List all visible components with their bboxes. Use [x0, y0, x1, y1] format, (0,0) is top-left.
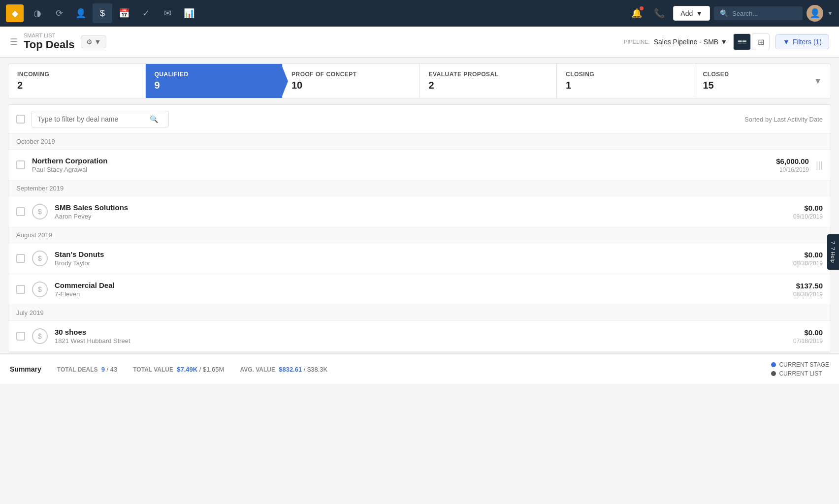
add-chevron-icon: ▼ [696, 9, 703, 17]
nav-contacts-icon[interactable]: 👤 [71, 3, 91, 23]
deal-dollar-icon: $ [32, 282, 48, 297]
filter-button[interactable]: ▼ Filters (1) [775, 34, 829, 49]
deal-value-section: $137.50 08/30/2019 [793, 282, 823, 298]
stage-closing[interactable]: CLOSING 1 [557, 64, 694, 98]
notifications-bell[interactable]: 🔔 [628, 4, 645, 22]
search-icon: 🔍 [720, 9, 728, 17]
deal-row-smb-sales-solutions[interactable]: $ SMB Sales Solutions Aaron Pevey $0.00 … [8, 196, 831, 227]
nav-messages-icon[interactable]: ✉ [158, 3, 177, 23]
total-deals-summary: TOTAL DEALS 9 / 43 [57, 366, 117, 373]
deal-checkbox[interactable] [16, 207, 25, 216]
deal-value-section: $0.00 07/18/2019 [793, 328, 823, 345]
deal-value-section: $0.00 08/30/2019 [793, 251, 823, 267]
content-toolbar: 🔍 Sorted by Last Activity Date [8, 105, 831, 134]
sidebar-toggle[interactable]: ☰ [10, 36, 18, 47]
legend-dot-current-stage [771, 362, 776, 367]
pipeline-chevron-icon: ▼ [720, 38, 727, 46]
section-header-october-2019: October 2019 [8, 134, 831, 150]
nav-phone-icon[interactable]: 📞 [649, 3, 669, 23]
search-box[interactable]: 🔍 Search... [714, 6, 803, 20]
notification-badge [640, 6, 644, 10]
pipeline-section: PIPELINE: Sales Pipeline - SMB ▼ [624, 38, 727, 46]
legend-current-list: CURRENT LIST [771, 370, 829, 377]
total-value-summary: TOTAL VALUE $7.49K / $1.65M [133, 366, 224, 373]
stage-evaluate-proposal[interactable]: EVALUATE PROPOSAL 2 [420, 64, 557, 98]
nav-right-section: 🔔 📞 Add ▼ 🔍 Search... 👤 ▼ [628, 3, 833, 23]
deal-info: Commercial Deal 7-Eleven [55, 281, 786, 298]
section-header-september-2019: September 2019 [8, 181, 831, 196]
deals-content-area: 🔍 Sorted by Last Activity Date October 2… [8, 104, 831, 352]
deal-info: 30 shoes 1821 West Hubbard Street [55, 328, 786, 345]
deal-checkbox[interactable] [16, 332, 25, 341]
deal-value-section: $0.00 09/10/2019 [793, 204, 823, 220]
nav-activity-icon[interactable]: ◑ [28, 3, 47, 23]
summary-bar: Summary TOTAL DEALS 9 / 43 TOTAL VALUE $… [0, 353, 839, 384]
deal-checkbox[interactable] [16, 254, 25, 263]
stage-incoming[interactable]: INCOMING 2 [8, 64, 146, 98]
settings-button[interactable]: ⚙ ▼ [81, 35, 107, 48]
deal-checkbox[interactable] [16, 160, 25, 169]
stage-proof-of-concept[interactable]: PROOF OF CONCEPT 10 [283, 64, 420, 98]
smart-list-info: SMART LIST Top Deals [24, 32, 75, 51]
deal-dollar-icon: $ [32, 251, 48, 266]
user-menu-chevron[interactable]: ▼ [827, 10, 833, 17]
deal-filter-input[interactable] [37, 115, 146, 123]
nav-refresh-icon[interactable]: ⟳ [49, 3, 69, 23]
deal-info: SMB Sales Solutions Aaron Pevey [55, 203, 786, 220]
grid-view-button[interactable]: ⊞ [752, 33, 770, 50]
settings-chevron-icon: ▼ [95, 38, 101, 46]
add-button[interactable]: Add ▼ [673, 6, 710, 21]
deal-value-section: $6,000.00 10/16/2019 [776, 157, 809, 173]
top-navigation: ◆ ◑ ⟳ 👤 $ 📅 ✓ ✉ 📊 🔔 📞 Add ▼ 🔍 Search... … [0, 0, 839, 27]
gear-icon: ⚙ [86, 38, 93, 46]
page-title: Top Deals [24, 38, 75, 51]
avg-value-summary: AVG. VALUE $832.61 / $38.3K [240, 366, 327, 373]
deal-row-commercial-deal[interactable]: $ Commercial Deal 7-Eleven $137.50 08/30… [8, 274, 831, 305]
deal-row-northern-corporation[interactable]: Northern Corporation Paul Stacy Agrawal … [8, 150, 831, 181]
section-header-august-2019: August 2019 [8, 227, 831, 243]
deal-info: Stan's Donuts Brody Taylor [55, 250, 786, 267]
view-toggle-buttons: ≡≡ ⊞ [733, 33, 770, 50]
pipeline-stages: INCOMING 2 QUALIFIED 9 PROOF OF CONCEPT … [8, 63, 831, 98]
list-view-button[interactable]: ≡≡ [733, 33, 751, 50]
help-button[interactable]: ? ? Help [827, 234, 839, 270]
deal-dollar-icon: $ [32, 204, 48, 220]
legend-dot-current-list [771, 371, 776, 376]
legend: CURRENT STAGE CURRENT LIST [771, 361, 829, 377]
nav-tasks-icon[interactable]: ✓ [136, 3, 156, 23]
user-avatar[interactable]: 👤 [807, 5, 823, 22]
section-header-july-2019: July 2019 [8, 305, 831, 321]
pipeline-selector[interactable]: Sales Pipeline - SMB ▼ [654, 38, 727, 46]
nav-reports-icon[interactable]: 📊 [179, 3, 199, 23]
deal-filter-input-container[interactable]: 🔍 [31, 111, 169, 127]
filter-search-icon: 🔍 [150, 115, 158, 123]
deal-dollar-icon: $ [32, 328, 48, 344]
legend-current-stage: CURRENT STAGE [771, 361, 829, 368]
nav-deals-icon[interactable]: $ [93, 3, 112, 23]
stage-qualified[interactable]: QUALIFIED 9 [146, 64, 283, 98]
deal-info: Northern Corporation Paul Stacy Agrawal [32, 157, 769, 173]
app-logo[interactable]: ◆ [6, 4, 24, 22]
select-all-checkbox[interactable] [16, 115, 25, 124]
nav-calendar-icon[interactable]: 📅 [114, 3, 134, 23]
deal-row-30-shoes[interactable]: $ 30 shoes 1821 West Hubbard Street $0.0… [8, 321, 831, 352]
page-header: ☰ SMART LIST Top Deals ⚙ ▼ PIPELINE: Sal… [0, 27, 839, 58]
deal-row-stans-donuts[interactable]: $ Stan's Donuts Brody Taylor $0.00 08/30… [8, 243, 831, 274]
deal-checkbox[interactable] [16, 285, 25, 294]
help-icon: ? [830, 241, 836, 244]
deal-action-bars: ||| [816, 160, 823, 170]
stage-closed[interactable]: CLOSED 15 ▼ [694, 64, 831, 98]
filter-icon: ▼ [783, 38, 790, 46]
closed-chevron-icon: ▼ [814, 77, 822, 86]
